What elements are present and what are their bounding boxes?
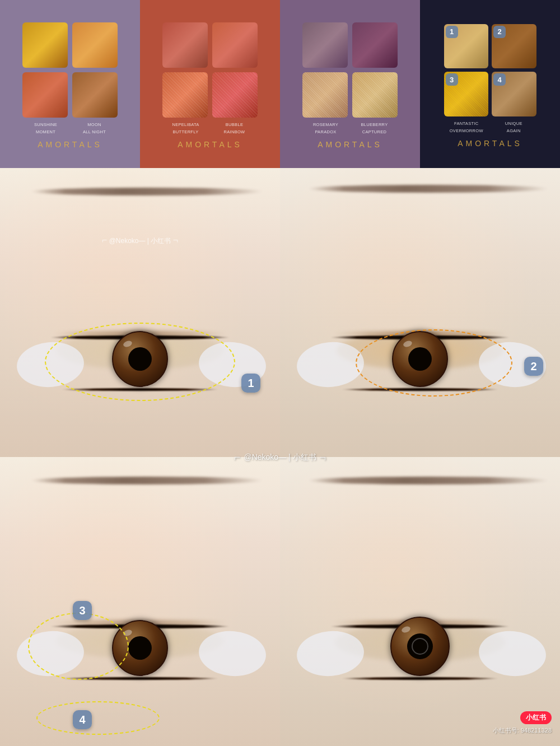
swatch-badge-4: 4 <box>493 73 506 86</box>
xiaohongshu-badge: 小红书 <box>520 711 552 724</box>
swatch-name-rainbow: RAINBOW <box>211 129 258 134</box>
palette-brand-3: AMORTALS <box>318 140 382 149</box>
palette-labels-4: FANTASTIC UNIQUE OVERMORROW AGAIN <box>444 121 536 133</box>
swatch-bubble <box>212 22 258 68</box>
palette-4: 1 2 3 4 FANTASTIC UNIQUE OVERMORROW AGAI… <box>420 0 560 168</box>
iris-4 <box>390 617 450 676</box>
eyebrow-3 <box>31 477 263 484</box>
xiaohongshu-id: 小红书号: 948211328 <box>493 726 552 735</box>
swatch-rainbow <box>212 72 258 118</box>
swatch-name-moment: MOMENT <box>22 129 69 134</box>
swatch-name-bubble: BUBBLE <box>211 122 258 127</box>
watermark-text: @Nekoko— | 小红书 <box>244 452 316 462</box>
swatch-captured <box>352 72 398 118</box>
swatch-badge-1: 1 <box>446 26 458 38</box>
dashed-oval-2 <box>356 329 512 397</box>
xiaohongshu-watermark: 小红书 小红书号: 948211328 <box>493 711 552 735</box>
eyebrow-2 <box>308 185 549 193</box>
swatch-unique: 2 <box>492 24 536 69</box>
palette-row: SUNSHINE MOON MOMENT ALL NIGHT AMORTALS … <box>0 0 560 168</box>
swatch-sunshine <box>22 22 68 68</box>
swatch-name-nepelibata: NEPELIBATA <box>162 122 209 127</box>
swatch-butterfly <box>162 72 208 118</box>
iris-highlight-4 <box>401 626 411 634</box>
swatch-moment <box>22 72 68 118</box>
swatch-overmorrow: 3 <box>444 72 489 116</box>
dashed-oval-4 <box>36 701 160 735</box>
swatch-name-fantastic: FANTASTIC <box>444 121 489 126</box>
swatch-blueberry <box>352 22 398 68</box>
swatch-rosemary <box>302 22 348 68</box>
swatch-again: 4 <box>492 72 536 116</box>
swatch-name-allnight: ALL NIGHT <box>71 129 118 134</box>
panel-watermark-1: ⌐ @Nekoko— | 小红书 ¬ <box>102 235 178 246</box>
swatch-badge-2: 2 <box>493 26 506 38</box>
swatch-allnight <box>72 72 118 118</box>
swatch-name-sunshine: SUNSHINE <box>22 122 69 127</box>
palette-grid-3 <box>302 22 398 118</box>
swatch-moon <box>72 22 118 68</box>
dashed-oval-3 <box>28 613 129 680</box>
eye-panel-step1: 1 ⌐ @Nekoko— | 小红书 ¬ <box>0 168 280 457</box>
palette-grid-4: 1 2 3 4 <box>444 24 536 116</box>
pupil-3 <box>128 636 152 660</box>
swatch-fantastic: 1 <box>444 24 489 69</box>
palette-brand-2: AMORTALS <box>178 140 242 149</box>
palette-grid-2 <box>162 22 258 118</box>
palette-labels-2: NEPELIBATA BUBBLE BUTTERFLY RAINBOW <box>162 122 258 134</box>
palette-3: ROSEMARY BLUEBERRY PARADOX CAPTURED AMOR… <box>280 0 420 168</box>
palette-labels-1: SUNSHINE MOON MOMENT ALL NIGHT <box>22 122 118 134</box>
iris-ring-4 <box>412 638 428 655</box>
step-badge-3: 3 <box>73 601 92 620</box>
skin-overlay-1 <box>0 168 280 457</box>
eyebrow-4 <box>308 477 549 484</box>
swatch-paradox <box>302 72 348 118</box>
swatch-name-butterfly: BUTTERFLY <box>162 129 209 134</box>
skin-overlay-2 <box>280 168 560 457</box>
step-badge-1: 1 <box>241 374 260 393</box>
swatch-name-moon: MOON <box>71 122 118 127</box>
palette-brand-4: AMORTALS <box>458 139 522 148</box>
eye-tutorial-grid: ⌐ @Nekoko— | 小红书 ¬ <box>0 168 560 746</box>
palette-grid-1 <box>22 22 118 118</box>
palette-2: NEPELIBATA BUBBLE BUTTERFLY RAINBOW AMOR… <box>140 0 280 168</box>
palette-labels-3: ROSEMARY BLUEBERRY PARADOX CAPTURED <box>302 122 398 134</box>
swatch-name-captured: CAPTURED <box>351 129 398 134</box>
lower-lash-4 <box>342 677 498 680</box>
swatch-name-again: AGAIN <box>491 128 536 133</box>
swatch-name-rosemary: ROSEMARY <box>302 122 349 127</box>
main-container: SUNSHINE MOON MOMENT ALL NIGHT AMORTALS … <box>0 0 560 746</box>
palette-1: SUNSHINE MOON MOMENT ALL NIGHT AMORTALS <box>0 0 140 168</box>
swatch-badge-3: 3 <box>446 73 458 86</box>
eye-panel-step2: 2 <box>280 168 560 457</box>
eye-panel-step4: 小红书 小红书号: 948211328 <box>280 457 560 746</box>
center-watermark: ⌐ @Nekoko— | 小红书 ¬ <box>234 451 326 464</box>
step-badge-2: 2 <box>524 357 543 376</box>
swatch-nepelibata <box>162 22 208 68</box>
skin-overlay-4 <box>280 457 560 746</box>
swatch-name-blueberry: BLUEBERRY <box>351 122 398 127</box>
skin-overlay-3 <box>0 457 280 746</box>
swatch-name-overmorrow: OVERMORROW <box>444 128 489 133</box>
eye-panel-step3: 3 4 <box>0 457 280 746</box>
eyebrow-1 <box>31 188 263 195</box>
dashed-oval-1 <box>45 323 235 401</box>
palette-brand-1: AMORTALS <box>38 140 102 149</box>
swatch-name-paradox: PARADOX <box>302 129 349 134</box>
swatch-name-unique: UNIQUE <box>491 121 536 126</box>
